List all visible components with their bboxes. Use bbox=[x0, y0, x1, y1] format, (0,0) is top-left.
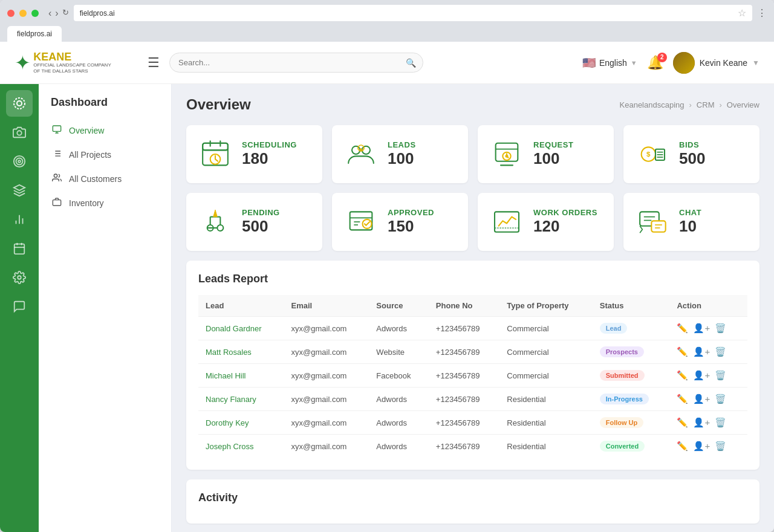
language-selector[interactable]: 🇺🇸 English ▼ bbox=[582, 56, 637, 70]
lead-actions-4: ✏️ 👤+ 🗑️ bbox=[669, 411, 747, 435]
nav-item-overview[interactable]: Overview bbox=[39, 118, 171, 143]
workorders-label: WORK ORDERS bbox=[533, 208, 597, 217]
delete-icon-4[interactable]: 🗑️ bbox=[715, 417, 726, 428]
user-menu[interactable]: Kevin Keane ▼ bbox=[673, 52, 759, 74]
edit-icon-1[interactable]: ✏️ bbox=[677, 346, 688, 357]
sidebar-icon-dashboard[interactable] bbox=[6, 90, 33, 117]
delete-icon-1[interactable]: 🗑️ bbox=[715, 346, 726, 357]
stat-bids[interactable]: $ BIDS 500 bbox=[623, 125, 759, 183]
lead-status-2: Submitted bbox=[593, 364, 670, 388]
sidebar-icon-chart[interactable] bbox=[6, 206, 33, 233]
page-header: Overview Keanelandscaping › CRM › Overvi… bbox=[186, 96, 759, 113]
stat-approved[interactable]: APPROVED 150 bbox=[332, 193, 468, 251]
nav-overview-label: Overview bbox=[69, 126, 104, 135]
sidebar-icon-settings[interactable] bbox=[6, 264, 33, 291]
user-add-icon-5[interactable]: 👤+ bbox=[693, 441, 710, 452]
stat-chat[interactable]: CHAT 10 bbox=[623, 193, 759, 251]
lead-actions-5: ✏️ 👤+ 🗑️ bbox=[669, 435, 747, 458]
lead-property-0: Commercial bbox=[499, 317, 592, 340]
edit-icon-3[interactable]: ✏️ bbox=[677, 394, 688, 404]
forward-button[interactable]: › bbox=[55, 8, 58, 19]
search-bar: 🔍 bbox=[169, 53, 423, 73]
hamburger-button[interactable]: ☰ bbox=[148, 55, 160, 71]
stat-request[interactable]: REQUEST 100 bbox=[478, 125, 614, 183]
pending-label: PENDING bbox=[242, 208, 280, 217]
edit-icon-2[interactable]: ✏️ bbox=[677, 370, 688, 381]
nav-item-customers[interactable]: All Customers bbox=[39, 167, 171, 191]
svg-point-40 bbox=[506, 155, 509, 158]
workorders-icon bbox=[490, 205, 524, 239]
lead-name-3[interactable]: Nancy Flanary bbox=[206, 395, 256, 404]
breadcrumb-item-0[interactable]: Keanelandscaping bbox=[620, 100, 685, 109]
nav-projects-icon bbox=[51, 149, 63, 161]
user-add-icon-4[interactable]: 👤+ bbox=[693, 417, 710, 428]
delete-icon-0[interactable]: 🗑️ bbox=[715, 323, 726, 334]
nav-item-projects[interactable]: All Projects bbox=[39, 143, 171, 167]
edit-icon-5[interactable]: ✏️ bbox=[677, 441, 688, 452]
sidebar-icon-layers[interactable] bbox=[6, 177, 33, 204]
svg-rect-25 bbox=[53, 200, 60, 206]
user-add-icon-2[interactable]: 👤+ bbox=[693, 370, 710, 381]
lead-phone-3: +123456789 bbox=[429, 388, 499, 411]
browser-menu-icon[interactable]: ⋮ bbox=[757, 7, 767, 19]
lead-source-2: Facebook bbox=[369, 364, 429, 388]
chat-value: 10 bbox=[679, 217, 701, 236]
user-add-icon-0[interactable]: 👤+ bbox=[693, 323, 710, 334]
browser-dot-red[interactable] bbox=[7, 10, 15, 17]
stat-pending[interactable]: PENDING 500 bbox=[186, 193, 322, 251]
stat-workorders[interactable]: WORK ORDERS 120 bbox=[478, 193, 614, 251]
table-row: Michael Hill xyx@gmail.com Facebook +123… bbox=[198, 364, 747, 388]
nav-item-inventory[interactable]: Inventory bbox=[39, 191, 171, 215]
nav-inventory-label: Inventory bbox=[69, 198, 104, 208]
address-bar[interactable]: fieldpros.ai ☆ bbox=[74, 5, 752, 21]
bookmark-icon[interactable]: ☆ bbox=[738, 7, 746, 19]
lead-email-2: xyx@gmail.com bbox=[284, 364, 369, 388]
bids-label: BIDS bbox=[679, 140, 705, 149]
app-header: ✦ KEANE OFFICIAL LANDSCAPE COMPANYOF THE… bbox=[0, 42, 774, 84]
lead-property-1: Commercial bbox=[499, 340, 592, 364]
browser-dot-green[interactable] bbox=[31, 10, 39, 17]
lead-source-4: Adwords bbox=[369, 411, 429, 435]
delete-icon-2[interactable]: 🗑️ bbox=[715, 370, 726, 381]
table-row: Donald Gardner xyx@gmail.com Adwords +12… bbox=[198, 317, 747, 340]
col-property: Type of Property bbox=[499, 295, 592, 317]
search-icon: 🔍 bbox=[406, 58, 416, 68]
lead-name-5[interactable]: Joseph Cross bbox=[206, 442, 253, 451]
approved-label: APPROVED bbox=[388, 208, 434, 217]
lead-name-1[interactable]: Matt Rosales bbox=[206, 348, 252, 357]
col-lead: Lead bbox=[198, 295, 284, 317]
edit-icon-0[interactable]: ✏️ bbox=[677, 323, 688, 334]
lead-name-4[interactable]: Dorothy Key bbox=[206, 418, 249, 427]
delete-icon-3[interactable]: 🗑️ bbox=[715, 394, 726, 404]
chat-icon bbox=[636, 205, 669, 239]
language-label: English bbox=[599, 58, 627, 68]
user-add-icon-3[interactable]: 👤+ bbox=[693, 394, 710, 404]
back-button[interactable]: ‹ bbox=[48, 8, 51, 19]
browser-dot-yellow[interactable] bbox=[19, 10, 27, 17]
logo-star-icon: ✦ bbox=[15, 51, 31, 74]
edit-icon-4[interactable]: ✏️ bbox=[677, 417, 688, 428]
svg-marker-54 bbox=[213, 210, 218, 217]
stat-leads[interactable]: LEADS 100 bbox=[332, 125, 468, 183]
search-input[interactable] bbox=[169, 53, 423, 73]
lead-name-2[interactable]: Michael Hill bbox=[206, 371, 246, 380]
sidebar-icon-target[interactable] bbox=[6, 148, 33, 175]
col-action: Action bbox=[669, 295, 747, 317]
request-info: REQUEST 100 bbox=[533, 140, 573, 168]
nav-overview-icon bbox=[51, 125, 63, 137]
table-row: Nancy Flanary xyx@gmail.com Adwords +123… bbox=[198, 388, 747, 411]
breadcrumb-item-1[interactable]: CRM bbox=[697, 100, 715, 109]
user-add-icon-1[interactable]: 👤+ bbox=[693, 346, 710, 357]
refresh-button[interactable]: ↻ bbox=[62, 8, 69, 19]
lead-property-2: Commercial bbox=[499, 364, 592, 388]
notification-button[interactable]: 🔔 2 bbox=[647, 55, 663, 71]
sidebar-icon-chat[interactable] bbox=[6, 293, 33, 320]
browser-tab[interactable]: fieldpros.ai bbox=[7, 26, 62, 42]
stat-scheduling[interactable]: SCHEDULING 180 bbox=[186, 125, 322, 183]
leads-table: Lead Email Source Phone No Type of Prope… bbox=[198, 295, 747, 458]
pending-info: PENDING 500 bbox=[242, 208, 280, 236]
sidebar-icon-camera[interactable] bbox=[6, 119, 33, 146]
delete-icon-5[interactable]: 🗑️ bbox=[715, 441, 726, 452]
sidebar-icon-calendar[interactable] bbox=[6, 235, 33, 262]
lead-name-0[interactable]: Donald Gardner bbox=[206, 324, 262, 333]
